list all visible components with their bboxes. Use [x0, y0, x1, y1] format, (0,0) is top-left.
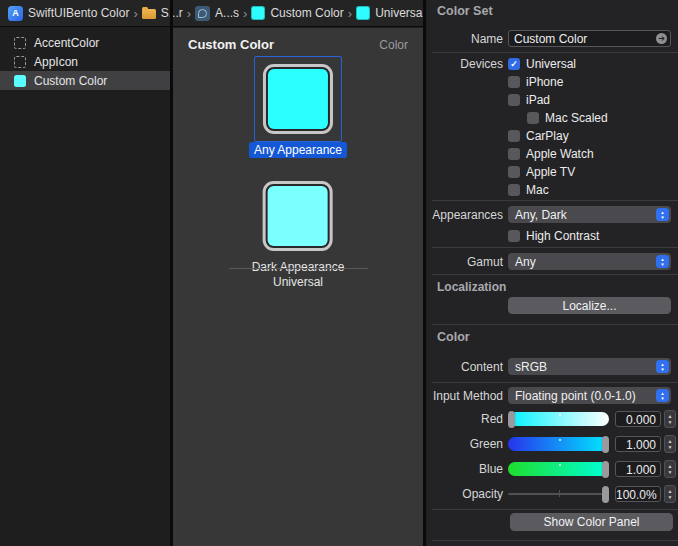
red-label: Red [427, 412, 503, 426]
input-method-popup[interactable]: Floating point (0.0-1.0) ▲▼ [508, 387, 671, 404]
red-value-field[interactable]: 0.000 [615, 411, 661, 427]
breadcrumb-item-project[interactable]: A SwiftUIBento Color [8, 6, 129, 21]
empty-swatch-icon [14, 37, 26, 49]
sidebar-item-appicon[interactable]: AppIcon [0, 52, 170, 71]
chevron-separator-icon: › [133, 6, 137, 21]
breadcrumb-item-custom-color[interactable]: Custom Color [251, 6, 343, 20]
input-method-row: Input Method Floating point (0.0-1.0) ▲▼ [427, 387, 671, 404]
breadcrumb-label: SwiftUIBento Color [28, 6, 129, 20]
opacity-slider[interactable] [508, 485, 609, 503]
device-checkbox-apple-tv[interactable]: ✓ Apple TV [508, 165, 575, 179]
blue-stepper[interactable]: ▲▼ [664, 460, 676, 478]
attributes-inspector: Color Set Name Custom Color ➔ Devices ✓ … [427, 0, 678, 546]
checkbox-label: Apple Watch [526, 147, 594, 161]
color-swatch-icon [356, 6, 370, 20]
appearances-label: Appearances [427, 208, 503, 222]
variant-dark-appearance[interactable]: Dark Appearance [247, 173, 350, 275]
color-swatch-icon [14, 75, 26, 87]
device-checkbox-carplay[interactable]: ✓ CarPlay [508, 129, 569, 143]
sidebar-item-accentcolor[interactable]: AccentColor [0, 33, 170, 52]
color-well[interactable] [263, 64, 333, 134]
red-stepper[interactable]: ▲▼ [664, 410, 676, 428]
green-slider[interactable] [508, 435, 609, 453]
breadcrumb-label: A...s [215, 6, 239, 20]
device-checkbox-apple-watch[interactable]: ✓ Apple Watch [508, 147, 594, 161]
divider [432, 382, 678, 383]
device-row-mac: ✓ Mac [427, 183, 671, 197]
slider-thumb[interactable] [602, 436, 609, 453]
checkbox-icon[interactable]: ✓ [508, 166, 520, 178]
divider [432, 274, 678, 275]
blue-slider[interactable] [508, 460, 609, 478]
green-label: Green [427, 437, 503, 451]
show-color-panel-button[interactable]: Show Color Panel [510, 513, 673, 531]
checkbox-icon[interactable]: ✓ [508, 76, 520, 88]
red-slider-row: Red 0.000 ▲▼ [427, 410, 671, 428]
canvas-title: Custom Color [188, 37, 274, 52]
breadcrumb-item-group[interactable]: S...r [142, 6, 183, 20]
green-stepper[interactable]: ▲▼ [664, 435, 676, 453]
canvas-type-label: Color [379, 38, 408, 52]
breadcrumb-item-assets[interactable]: A...s [195, 6, 239, 21]
red-slider[interactable] [508, 410, 609, 428]
appearances-popup[interactable]: Any, Dark ▲▼ [508, 206, 671, 223]
swatch-selection-frame [254, 173, 342, 259]
jump-arrow-icon[interactable]: ➔ [656, 33, 667, 44]
device-row-mac-scaled: ✓ Mac Scaled [427, 111, 671, 125]
blue-value-field[interactable]: 1.000 [615, 461, 661, 477]
color-canvas: Custom Color Color Any Appearance Dark A… [173, 28, 423, 546]
slider-thumb[interactable] [602, 486, 609, 503]
content-popup[interactable]: sRGB ▲▼ [508, 358, 671, 375]
sidebar-item-custom-color[interactable]: Custom Color [0, 71, 170, 90]
checkbox-label: Mac [526, 183, 549, 197]
high-contrast-checkbox[interactable]: ✓ High Contrast [508, 229, 599, 243]
slider-thumb[interactable] [508, 411, 515, 428]
opacity-value-field[interactable]: 100.0% [615, 486, 661, 502]
localize-button[interactable]: Localize... [508, 297, 671, 314]
device-row-apple-tv: ✓ Apple TV [427, 165, 671, 179]
gamut-popup[interactable]: Any ▲▼ [508, 253, 671, 270]
content-row: Content sRGB ▲▼ [427, 358, 671, 375]
variant-any-appearance[interactable]: Any Appearance [249, 56, 347, 158]
checkbox-icon[interactable]: ✓ [508, 94, 520, 106]
slider-center-tick [559, 464, 561, 466]
popup-chevrons-icon: ▲▼ [656, 255, 669, 268]
device-row-iphone: ✓ iPhone [427, 75, 671, 89]
device-checkbox-mac-scaled[interactable]: ✓ Mac Scaled [527, 111, 608, 125]
green-value-field[interactable]: 1.000 [615, 436, 661, 452]
checkbox-icon[interactable]: ✓ [508, 58, 520, 70]
color-swatch-icon [251, 6, 265, 20]
color-set-header: Color Set [437, 4, 493, 18]
checkbox-icon[interactable]: ✓ [508, 148, 520, 160]
checkbox-label: CarPlay [526, 129, 569, 143]
device-checkbox-mac[interactable]: ✓ Mac [508, 183, 549, 197]
name-row: Name Custom Color ➔ [427, 30, 671, 47]
asset-sidebar: AccentColor AppIcon Custom Color [0, 28, 170, 546]
checkbox-label: High Contrast [526, 229, 599, 243]
opacity-stepper[interactable]: ▲▼ [664, 485, 676, 503]
empty-swatch-icon [14, 56, 26, 68]
device-checkbox-iphone[interactable]: ✓ iPhone [508, 75, 563, 89]
name-field[interactable]: Custom Color ➔ [508, 30, 671, 47]
checkbox-icon[interactable]: ✓ [508, 184, 520, 196]
device-checkbox-universal[interactable]: ✓ Universal [508, 57, 576, 71]
divider [432, 509, 678, 510]
checkbox-icon[interactable]: ✓ [508, 230, 520, 242]
divider [432, 247, 678, 248]
device-row-ipad: ✓ iPad [427, 93, 671, 107]
breadcrumb-item-universal[interactable]: Universal [356, 6, 425, 20]
device-checkbox-ipad[interactable]: ✓ iPad [508, 93, 550, 107]
checkbox-icon[interactable]: ✓ [527, 112, 539, 124]
divider [432, 52, 678, 53]
opacity-label: Opacity [427, 487, 503, 501]
checkbox-icon[interactable]: ✓ [508, 130, 520, 142]
divider [432, 324, 678, 325]
chevron-separator-icon: › [348, 6, 352, 21]
device-row-carplay: ✓ CarPlay [427, 129, 671, 143]
color-well[interactable] [263, 181, 333, 251]
canvas-divider [229, 268, 368, 269]
slider-thumb[interactable] [602, 461, 609, 478]
high-contrast-row: ✓ High Contrast [427, 229, 671, 243]
color-fill [268, 186, 328, 246]
sidebar-item-label: Custom Color [34, 74, 107, 88]
